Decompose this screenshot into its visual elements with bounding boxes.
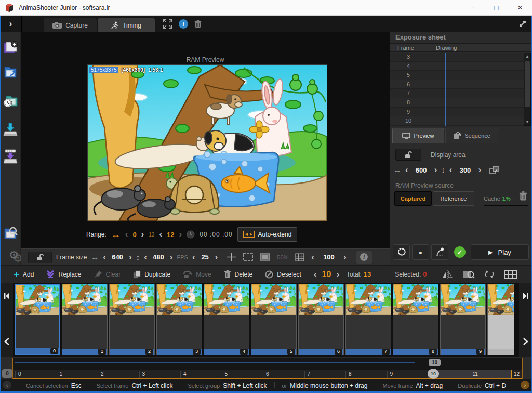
timeline-frame[interactable]: 4 — [204, 284, 249, 355]
playhead-knob[interactable]: 10 — [428, 369, 439, 379]
tab-sequence[interactable]: Sequence — [445, 128, 498, 143]
exposure-row[interactable]: 10 — [390, 116, 532, 126]
refresh-icon[interactable] — [484, 270, 495, 279]
skip-to-start-button[interactable] — [0, 289, 13, 303]
tab-preview-label: Preview — [414, 133, 434, 139]
timeline-frame[interactable]: 0 — [15, 284, 60, 355]
exposure-row[interactable]: 5 — [390, 71, 532, 80]
jog-button[interactable] — [431, 244, 448, 260]
exposure-row[interactable]: 7 — [390, 89, 532, 98]
loop-button[interactable] — [393, 244, 410, 260]
scroll-right-button[interactable] — [519, 335, 532, 348]
frame-outline-icon[interactable] — [243, 253, 253, 261]
settings-button[interactable]: ⚙ — [1, 245, 20, 265]
fullscreen-icon[interactable] — [163, 19, 172, 29]
grid-icon[interactable] — [295, 253, 304, 261]
position-band[interactable]: 10 — [13, 358, 522, 370]
timeline-frame[interactable]: 8 — [393, 284, 438, 355]
recent-projects-icon — [3, 94, 18, 109]
shortcut-label: Move frame — [382, 383, 413, 389]
crosshair-icon[interactable] — [227, 253, 236, 261]
duplicate-button[interactable]: Duplicate — [133, 270, 170, 279]
shortcut-hints: Cancel selectionEscSelect frameCtrl + Le… — [26, 381, 506, 390]
delete-button[interactable]: Delete — [224, 270, 253, 279]
scroll-down-icon[interactable]: ▼ — [524, 120, 530, 124]
rewind-button[interactable]: ‹‹‹ — [412, 244, 429, 260]
runner-icon — [111, 21, 119, 29]
browse-project-button[interactable] — [1, 224, 20, 243]
total-value: 13 — [364, 270, 371, 278]
minimize-button[interactable]: − — [460, 0, 484, 16]
fit-display-button[interactable] — [487, 164, 501, 176]
frame-body — [251, 315, 296, 349]
reference-button[interactable]: Reference — [433, 191, 474, 206]
ram-preview-image[interactable] — [87, 64, 327, 221]
timeline-frame[interactable]: 9 — [440, 284, 486, 355]
hints-scroll-right-button[interactable]: › — [521, 381, 529, 389]
shortcut-keys: Esc — [71, 382, 82, 389]
inspect-frame-icon[interactable] — [462, 270, 475, 279]
auto-extend-button[interactable]: Auto-extend — [237, 227, 298, 242]
resize-panel-icon[interactable] — [518, 20, 527, 28]
timeline-frame[interactable]: 2 — [109, 284, 155, 355]
tab-preview[interactable]: Preview — [392, 128, 444, 143]
export-button[interactable] — [1, 147, 20, 166]
captured-button[interactable]: Captured — [394, 191, 432, 206]
replace-button[interactable]: Replace — [46, 270, 81, 278]
frame-thumbnail — [204, 284, 249, 315]
ruler-tick: 2 — [98, 371, 104, 378]
selected-value: 0 — [423, 270, 427, 278]
scroll-left-button[interactable] — [0, 335, 13, 348]
scroll-up-icon[interactable]: ▲ — [524, 54, 530, 59]
flip-icon[interactable] — [442, 270, 453, 279]
add-button[interactable]: + Add — [14, 271, 34, 278]
timeline-frame[interactable]: 6 — [298, 284, 344, 355]
move-button[interactable]: Move — [183, 270, 211, 278]
range-start-knob[interactable]: 0 — [2, 369, 12, 378]
scrollbar-thumb[interactable] — [525, 61, 530, 107]
clear-button[interactable]: Clear — [94, 270, 121, 278]
display-resolution-badge: [460x300] — [122, 67, 145, 73]
frame-thumbnail — [393, 284, 438, 315]
timeline-frame[interactable]: 5 — [251, 284, 297, 355]
recent-projects-button[interactable] — [1, 91, 20, 111]
exposure-row[interactable]: 9 — [390, 108, 532, 117]
frame-size-lock-button[interactable] — [28, 252, 52, 263]
new-project-button[interactable] — [1, 37, 20, 57]
timeline-frame[interactable]: 10 — [487, 284, 514, 355]
tab-timing[interactable]: Timing — [98, 18, 155, 32]
info-icon[interactable]: i — [179, 19, 188, 29]
tab-capture[interactable]: Capture — [44, 18, 97, 32]
trash-icon[interactable] — [194, 20, 202, 28]
frames-grid-icon[interactable] — [504, 270, 517, 279]
close-button[interactable]: × — [508, 0, 532, 16]
preview-stage: RAM Preview 5175x3375 [460x300] 1.53:1 R… — [21, 32, 390, 248]
new-project-icon — [3, 40, 18, 55]
timeline-frame[interactable]: 3 — [156, 284, 202, 355]
frame-filled-icon[interactable] — [260, 253, 270, 261]
exposure-frame-number: 8 — [390, 98, 427, 107]
sidebar-expand-button[interactable]: › — [0, 16, 22, 32]
hint-separator — [89, 382, 89, 388]
timeline-ruler[interactable]: 0123456789101112 — [13, 370, 522, 379]
maximize-button[interactable]: □ — [484, 0, 508, 16]
import-button[interactable] — [1, 120, 20, 139]
display-area-lock-button[interactable] — [395, 149, 421, 161]
exposure-row[interactable]: 6 — [390, 80, 532, 89]
stage-info-button[interactable]: i — [356, 251, 372, 264]
clear-cache-trash-icon[interactable] — [519, 191, 527, 201]
deselect-button[interactable]: Deselect — [265, 270, 301, 279]
timeline-frame[interactable]: 7 — [345, 284, 391, 355]
play-button[interactable]: ▶ Play — [471, 244, 529, 260]
playhead-tooltip: 10 — [429, 359, 441, 366]
exposure-scrollbar[interactable]: ▲ ▼ — [524, 53, 531, 126]
range-end-value: 12 — [167, 231, 174, 239]
skip-to-end-button[interactable] — [519, 289, 532, 303]
shortcut-hint: Select frameCtrl + Left click — [97, 381, 173, 390]
exposure-row[interactable]: 4 — [390, 62, 532, 71]
exposure-row[interactable]: 3 — [390, 53, 532, 62]
exposure-row[interactable]: 8 — [390, 98, 532, 108]
hints-scroll-left-button[interactable]: ‹ — [3, 381, 11, 389]
timeline-frame[interactable]: 1 — [62, 284, 108, 355]
open-project-button[interactable] — [1, 62, 20, 82]
